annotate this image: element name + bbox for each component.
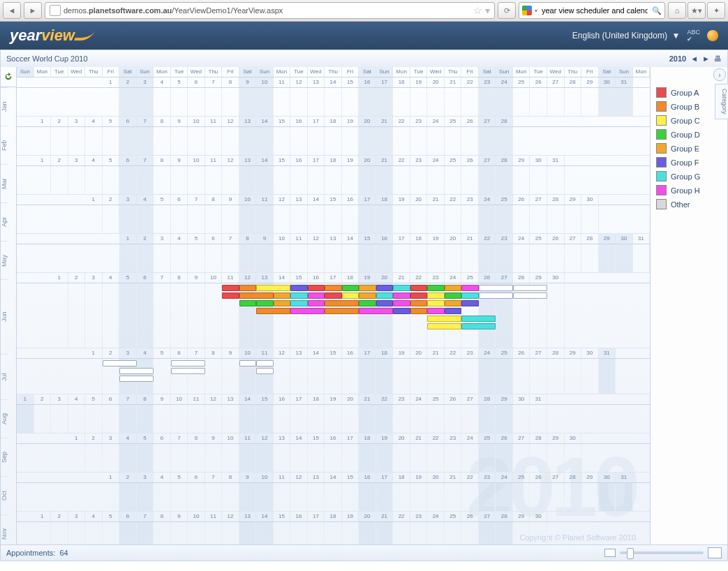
- appointment[interactable]: [239, 360, 257, 366]
- appointment[interactable]: [445, 308, 462, 314]
- category-7[interactable]: Group H: [656, 185, 722, 195]
- appointment[interactable]: [393, 285, 410, 291]
- appointment[interactable]: [393, 308, 410, 314]
- appointment[interactable]: [359, 292, 376, 299]
- appointment[interactable]: [427, 292, 445, 299]
- appointment[interactable]: [513, 285, 547, 291]
- language-selector[interactable]: English (United Kingdom) ▼: [572, 31, 681, 40]
- appointment[interactable]: [171, 368, 205, 374]
- url-text: demos.planetsoftware.com.au/YearViewDemo…: [64, 6, 470, 15]
- category-4[interactable]: Group E: [656, 143, 722, 154]
- appointment[interactable]: [393, 300, 410, 306]
- category-tab[interactable]: Category: [715, 84, 728, 119]
- zoom-min-icon: [604, 549, 616, 557]
- globe-icon[interactable]: [707, 30, 718, 41]
- appointment[interactable]: [427, 316, 461, 322]
- appointment[interactable]: [308, 300, 325, 306]
- category-1[interactable]: Group B: [656, 101, 722, 112]
- search-icon[interactable]: 🔍: [652, 6, 662, 15]
- appointment[interactable]: [359, 308, 393, 314]
- appointment[interactable]: [308, 292, 325, 299]
- appointment[interactable]: [359, 285, 376, 291]
- appointment[interactable]: [376, 292, 394, 299]
- print-button[interactable]: 🖶: [714, 54, 722, 63]
- appointment[interactable]: [393, 292, 410, 299]
- collapse-panel-button[interactable]: ›: [713, 68, 726, 81]
- appointment[interactable]: [376, 285, 394, 291]
- appointment[interactable]: [427, 308, 445, 314]
- appointment[interactable]: [239, 300, 257, 306]
- appointment[interactable]: [445, 300, 462, 306]
- appointment[interactable]: [410, 292, 428, 299]
- browser-forward-button[interactable]: ►: [24, 2, 42, 19]
- appointment[interactable]: [342, 292, 359, 299]
- appointment[interactable]: [410, 308, 428, 314]
- appointment[interactable]: [342, 285, 359, 291]
- next-year-button[interactable]: ►: [702, 54, 710, 63]
- prev-year-button[interactable]: ◄: [690, 54, 698, 63]
- browser-search-box[interactable]: ▾ 🔍: [519, 2, 665, 19]
- appointment[interactable]: [513, 292, 547, 299]
- extension-button[interactable]: ✦: [707, 2, 725, 19]
- dropdown-icon[interactable]: ▾: [485, 5, 490, 16]
- reload-button[interactable]: ⟳: [498, 2, 516, 19]
- appointment[interactable]: [222, 292, 239, 299]
- appointment[interactable]: [274, 292, 291, 299]
- appointment[interactable]: [359, 300, 376, 306]
- category-3[interactable]: Group D: [656, 129, 722, 140]
- appointment[interactable]: [427, 323, 461, 329]
- appointment[interactable]: [290, 285, 308, 291]
- zoom-control[interactable]: [604, 547, 722, 558]
- appointment[interactable]: [325, 300, 359, 306]
- appointment[interactable]: [274, 300, 291, 306]
- appointment[interactable]: [410, 300, 428, 306]
- appointment[interactable]: [119, 376, 154, 382]
- appointment[interactable]: [239, 292, 274, 299]
- appointment[interactable]: [427, 285, 445, 291]
- bookmark-star-icon[interactable]: ☆: [473, 5, 482, 16]
- appointment[interactable]: [461, 300, 479, 306]
- appointment[interactable]: [479, 285, 513, 291]
- search-input[interactable]: [540, 6, 649, 15]
- zoom-thumb[interactable]: [627, 548, 634, 559]
- appointment[interactable]: [103, 360, 137, 366]
- appointment[interactable]: [325, 285, 342, 291]
- appointment[interactable]: [427, 300, 445, 306]
- favorites-button[interactable]: ★▾: [688, 2, 706, 19]
- appointment[interactable]: [308, 285, 325, 291]
- category-6[interactable]: Group G: [656, 171, 722, 181]
- appointment[interactable]: [410, 285, 428, 291]
- category-5[interactable]: Group F: [656, 157, 722, 168]
- appointment[interactable]: [290, 300, 308, 306]
- category-0[interactable]: Group A: [656, 87, 722, 98]
- appointment[interactable]: [171, 360, 205, 366]
- appointment[interactable]: [461, 316, 496, 322]
- appointment[interactable]: [256, 285, 290, 291]
- appointment[interactable]: [222, 285, 239, 291]
- appointment[interactable]: [445, 285, 462, 291]
- category-2[interactable]: Group C: [656, 115, 722, 126]
- appointment[interactable]: [119, 368, 154, 374]
- category-8[interactable]: Other: [656, 199, 722, 209]
- browser-back-button[interactable]: ◄: [3, 2, 21, 19]
- appointment[interactable]: [256, 368, 274, 374]
- appointment[interactable]: [239, 285, 257, 291]
- appointment[interactable]: [461, 323, 496, 329]
- home-button[interactable]: ⌂: [668, 2, 686, 19]
- appointment[interactable]: [445, 292, 462, 299]
- appointment[interactable]: [325, 308, 359, 314]
- appointment[interactable]: [461, 285, 479, 291]
- appointment[interactable]: [256, 360, 274, 366]
- appointment[interactable]: [290, 308, 325, 314]
- calendar-grid-area[interactable]: SunMonTueWedThuFriSatSunMonTueWedThuFriS…: [17, 67, 650, 544]
- appointment[interactable]: [290, 292, 308, 299]
- appointment[interactable]: [479, 292, 513, 299]
- appointment[interactable]: [256, 300, 274, 306]
- appointment[interactable]: [325, 292, 342, 299]
- address-bar[interactable]: demos.planetsoftware.com.au/YearViewDemo…: [45, 2, 495, 19]
- appointment[interactable]: [256, 308, 290, 314]
- appointment[interactable]: [376, 300, 394, 306]
- refresh-button[interactable]: [1, 67, 16, 87]
- spellcheck-icon[interactable]: ABC✔: [687, 29, 700, 43]
- appointment[interactable]: [461, 292, 479, 299]
